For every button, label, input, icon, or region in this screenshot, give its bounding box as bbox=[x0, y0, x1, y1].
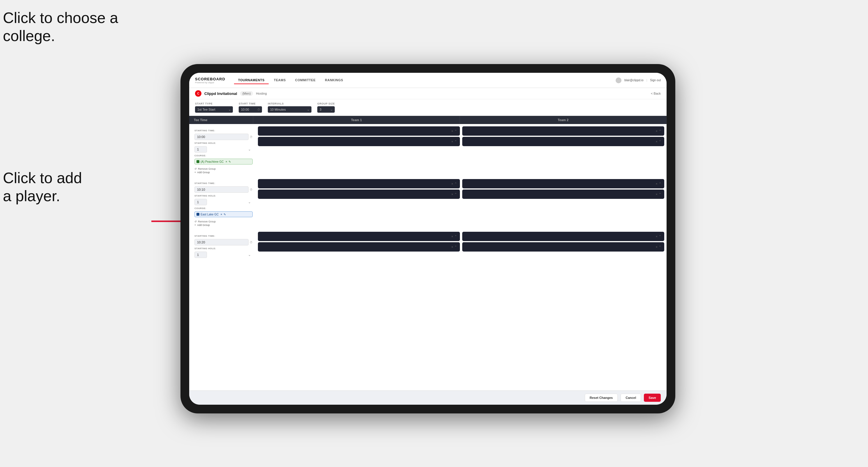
cancel-button[interactable]: Cancel bbox=[621, 394, 641, 402]
add-group-icon-1: + bbox=[194, 171, 196, 174]
add-group-btn-2[interactable]: + Add Group bbox=[194, 224, 253, 226]
clippd-logo: C bbox=[195, 90, 202, 97]
reset-changes-button[interactable]: Reset Changes bbox=[585, 394, 618, 402]
remove-group-icon-1: ↺ bbox=[194, 167, 197, 170]
starting-time-input-2[interactable] bbox=[194, 186, 249, 193]
clock-icon: ⏱ bbox=[257, 108, 260, 111]
slot-close-btn-2-1[interactable]: × bbox=[656, 130, 657, 133]
slot-close-btn-6-1[interactable]: × bbox=[656, 235, 657, 238]
annotation-top: Click to choose a college. bbox=[3, 9, 118, 45]
nav-rankings[interactable]: RANKINGS bbox=[321, 76, 347, 84]
intervals-group: Intervals 10 Minutes 8 Minutes 12 Minute… bbox=[268, 102, 311, 113]
player-slot-3-2[interactable]: × ⌃ bbox=[258, 190, 460, 199]
start-type-select[interactable]: 1st Tee Start Shotgun Start bbox=[195, 106, 233, 113]
starting-hole-label-1: STARTING HOLE: bbox=[194, 142, 253, 145]
player-slot-actions-5-2: × ⌃ bbox=[452, 245, 457, 249]
remove-group-icon-2: ↺ bbox=[194, 220, 197, 223]
hosting-label: Hosting bbox=[256, 92, 267, 95]
course-tag-2[interactable]: East Lake GC × ✎ bbox=[194, 211, 253, 217]
tee-row-2: STARTING TIME: ⏱ STARTING HOLE: 1 10 bbox=[191, 179, 664, 229]
course-tag-edit-2[interactable]: ✎ bbox=[223, 213, 226, 216]
group-size-select-wrapper: 3 2 4 bbox=[317, 106, 335, 113]
slot-edit-btn-3-1[interactable]: ⌃ bbox=[454, 182, 457, 185]
slot-edit-btn-4-2[interactable]: ⌃ bbox=[659, 193, 661, 196]
nav-right: blair@clippd.io | Sign out bbox=[616, 77, 661, 83]
player-slot-actions-6-1: × ⌃ bbox=[656, 235, 661, 238]
course-tag-1[interactable]: (A) Peachtree GC × ✎ bbox=[194, 159, 253, 164]
slot-close-btn-4-2[interactable]: × bbox=[656, 193, 657, 196]
player-slot-5-1[interactable]: × ⌃ bbox=[258, 232, 460, 241]
slot-close-btn-3-1[interactable]: × bbox=[452, 182, 453, 185]
slot-edit-btn-3-2[interactable]: ⌃ bbox=[454, 193, 457, 196]
player-slot-6-1[interactable]: × ⌃ bbox=[462, 232, 664, 241]
slot-close-btn-1-2[interactable]: × bbox=[452, 140, 453, 143]
nav-tournaments[interactable]: TOURNAMENTS bbox=[234, 76, 269, 84]
nav-teams[interactable]: TEAMS bbox=[270, 76, 290, 84]
start-type-label: Start Type bbox=[195, 102, 233, 105]
course-actions-1: ↺ Remove Group + Add Group bbox=[194, 167, 253, 174]
slot-close-btn-2-2[interactable]: × bbox=[656, 140, 657, 143]
nav-avatar bbox=[616, 77, 621, 83]
course-tag-edit-1[interactable]: ✎ bbox=[228, 160, 231, 163]
tablet-frame: SCOREBOARD Powered by clippd TOURNAMENTS… bbox=[181, 64, 675, 413]
table-header: Tee Time Team 1 Team 2 bbox=[189, 116, 666, 124]
course-tag-icon-1 bbox=[196, 160, 199, 163]
slot-edit-btn-4-1[interactable]: ⌃ bbox=[659, 182, 661, 185]
course-tag-remove-1[interactable]: × bbox=[225, 160, 227, 163]
slot-edit-btn-2-2[interactable]: ⌃ bbox=[659, 140, 661, 143]
slot-close-btn-6-2[interactable]: × bbox=[656, 245, 657, 249]
slot-edit-btn-1-1[interactable]: ⌃ bbox=[454, 130, 457, 133]
starting-time-label-3: STARTING TIME: bbox=[194, 235, 253, 237]
player-slot-5-2[interactable]: × ⌃ bbox=[258, 242, 460, 252]
slot-edit-btn-5-2[interactable]: ⌃ bbox=[454, 245, 457, 249]
hole-select-2[interactable]: 1 10 bbox=[194, 199, 207, 205]
tablet-screen: SCOREBOARD Powered by clippd TOURNAMENTS… bbox=[189, 73, 666, 405]
remove-group-btn-2[interactable]: ↺ Remove Group bbox=[194, 220, 253, 223]
slot-edit-btn-2-1[interactable]: ⌃ bbox=[659, 130, 661, 133]
tee-info-2: STARTING TIME: ⏱ STARTING HOLE: 1 10 bbox=[191, 179, 255, 229]
slot-close-btn-3-2[interactable]: × bbox=[452, 193, 453, 196]
th-team2: Team 2 bbox=[460, 116, 666, 124]
footer-bar: Reset Changes Cancel Save bbox=[189, 391, 666, 405]
team1-col-2: × ⌃ × ⌃ bbox=[258, 179, 460, 199]
add-group-btn-1[interactable]: + Add Group bbox=[194, 171, 253, 174]
group-size-group: Group Size 3 2 4 bbox=[317, 102, 335, 113]
tee-info-1: STARTING TIME: ⏱ STARTING HOLE: 1 10 bbox=[191, 126, 255, 177]
player-slot-4-2[interactable]: × ⌃ bbox=[462, 190, 664, 199]
course-label-1: COURSE: bbox=[194, 154, 253, 157]
starting-time-input-1[interactable] bbox=[194, 134, 249, 140]
player-slot-actions-6-2: × ⌃ bbox=[656, 245, 661, 249]
remove-group-btn-1[interactable]: ↺ Remove Group bbox=[194, 167, 253, 170]
course-tag-remove-2[interactable]: × bbox=[220, 213, 222, 216]
nav-sign-out[interactable]: Sign out bbox=[650, 79, 661, 82]
save-button[interactable]: Save bbox=[644, 394, 661, 402]
player-slot-4-1[interactable]: × ⌃ bbox=[462, 179, 664, 188]
starting-time-input-3[interactable] bbox=[194, 239, 249, 245]
player-slot-1-2[interactable]: × ⌃ bbox=[258, 137, 460, 146]
player-slot-3-1[interactable]: × ⌃ bbox=[258, 179, 460, 188]
clock-icon-2: ⏱ bbox=[250, 188, 253, 191]
slot-edit-btn-6-1[interactable]: ⌃ bbox=[659, 235, 661, 238]
slot-close-btn-5-1[interactable]: × bbox=[452, 235, 453, 238]
player-slot-6-2[interactable]: × ⌃ bbox=[462, 242, 664, 252]
slot-edit-btn-1-2[interactable]: ⌃ bbox=[454, 140, 457, 143]
player-slot-2-2[interactable]: × ⌃ bbox=[462, 137, 664, 146]
group-size-select[interactable]: 3 2 4 bbox=[317, 106, 335, 113]
nav-committee[interactable]: COMMITTEE bbox=[291, 76, 320, 84]
slot-close-btn-5-2[interactable]: × bbox=[452, 245, 453, 249]
intervals-select[interactable]: 10 Minutes 8 Minutes 12 Minutes bbox=[268, 106, 311, 113]
player-slot-1-1[interactable]: × ⌃ bbox=[258, 126, 460, 136]
player-slot-2-1[interactable]: × ⌃ bbox=[462, 126, 664, 136]
starting-time-row-2: ⏱ bbox=[194, 186, 253, 193]
slot-edit-btn-6-2[interactable]: ⌃ bbox=[659, 245, 661, 249]
course-label-2: COURSE: bbox=[194, 207, 253, 210]
slot-close-btn-1-1[interactable]: × bbox=[452, 130, 453, 133]
course-name-2: East Lake GC bbox=[200, 213, 219, 216]
back-button[interactable]: < Back bbox=[651, 92, 661, 95]
hole-select-1[interactable]: 1 10 bbox=[194, 146, 207, 153]
player-slot-actions-1-1: × ⌃ bbox=[452, 130, 457, 133]
hole-select-3[interactable]: 1 10 bbox=[194, 252, 207, 258]
slot-edit-btn-5-1[interactable]: ⌃ bbox=[454, 235, 457, 238]
intervals-select-wrapper: 10 Minutes 8 Minutes 12 Minutes bbox=[268, 106, 311, 113]
slot-close-btn-4-1[interactable]: × bbox=[656, 182, 657, 185]
